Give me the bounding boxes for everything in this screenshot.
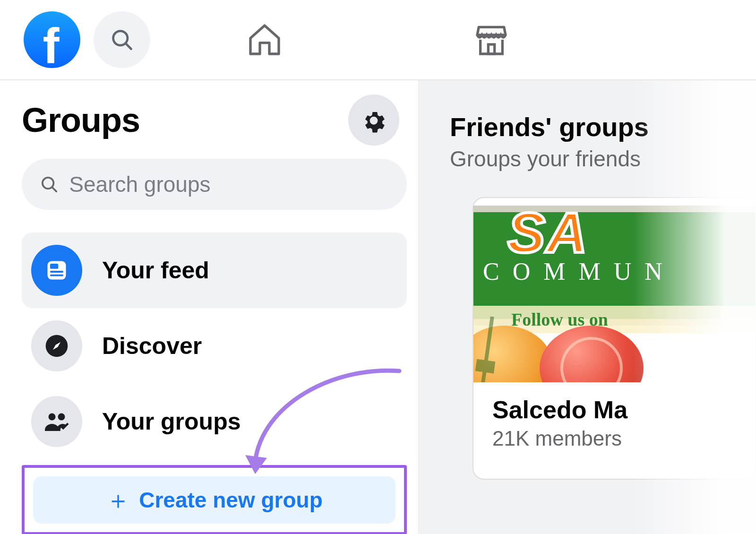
nav-home[interactable] <box>213 4 317 75</box>
main-content: Friends' groups Groups your friends SA C… <box>419 80 756 534</box>
sidebar-title: Groups <box>22 101 140 139</box>
feed-icon <box>31 245 82 296</box>
compass-icon <box>31 320 82 371</box>
home-icon <box>246 21 284 59</box>
facebook-f-glyph: f <box>43 18 60 75</box>
search-icon <box>40 174 59 195</box>
facebook-logo[interactable]: f <box>24 11 80 68</box>
sidebar-item-label: Your groups <box>102 408 241 435</box>
settings-button[interactable] <box>348 95 399 146</box>
global-search-button[interactable] <box>94 11 150 68</box>
group-card-title: Salcedo Ma <box>492 396 736 424</box>
svg-rect-8 <box>50 275 63 276</box>
sidebar-item-your-groups[interactable]: Your groups <box>22 384 407 459</box>
create-new-group-label: Create new group <box>139 487 323 513</box>
sidebar-item-your-feed[interactable]: Your feed <box>22 233 407 308</box>
search-icon <box>110 27 134 52</box>
svg-line-1 <box>126 44 131 49</box>
group-card[interactable]: SA COMMUN Follow us on Salcedo Ma 21K me… <box>472 197 756 480</box>
sidebar-item-label: Your feed <box>102 257 209 284</box>
svg-rect-6 <box>50 264 58 269</box>
banner-text-2: COMMUN <box>483 258 676 285</box>
svg-point-12 <box>58 413 65 421</box>
svg-rect-2 <box>488 44 494 54</box>
sidebar: Groups Yo <box>0 80 419 534</box>
section-heading: Friends' groups <box>450 112 756 142</box>
plus-icon: ＋ <box>106 488 130 512</box>
gear-icon <box>360 106 387 134</box>
group-card-cover: SA COMMUN Follow us on <box>473 198 755 382</box>
svg-rect-7 <box>50 271 63 273</box>
svg-point-11 <box>49 413 56 421</box>
search-groups-input[interactable] <box>69 172 389 197</box>
svg-line-4 <box>52 188 56 191</box>
create-new-group-button[interactable]: ＋ Create new group <box>33 476 395 524</box>
groups-icon <box>31 396 82 447</box>
banner-text-1: SA <box>507 200 588 265</box>
section-subheading: Groups your friends <box>450 146 756 172</box>
search-groups-field[interactable] <box>22 159 407 210</box>
nav-marketplace[interactable] <box>439 4 543 75</box>
group-card-members: 21K members <box>492 427 736 450</box>
annotation-highlight-box: ＋ Create new group <box>22 465 407 534</box>
sidebar-item-discover[interactable]: Discover <box>22 308 407 384</box>
marketplace-icon <box>472 21 510 59</box>
top-bar: f <box>0 0 756 80</box>
sidebar-item-label: Discover <box>102 332 202 360</box>
